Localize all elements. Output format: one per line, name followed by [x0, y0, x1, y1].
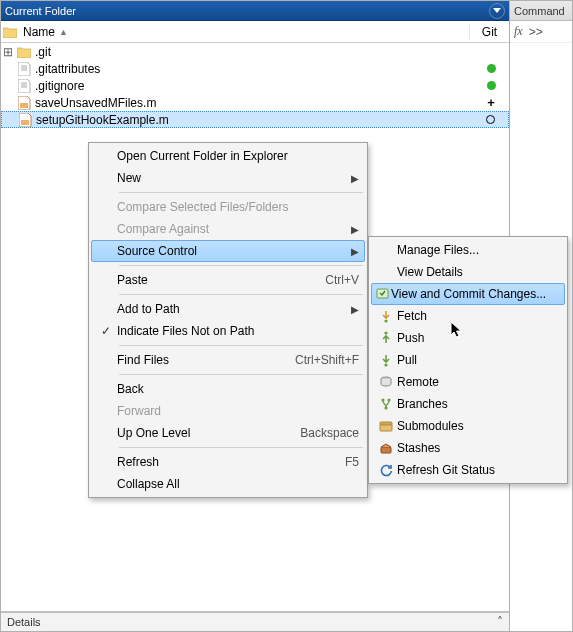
file-type-icon	[15, 62, 33, 76]
remote-icon	[375, 375, 397, 389]
refresh-icon	[375, 463, 397, 477]
file-name: .git	[33, 45, 473, 59]
svg-rect-8	[21, 120, 29, 125]
menu-item-up-one-level[interactable]: Up One LevelBackspace	[91, 422, 365, 444]
file-type-icon	[15, 96, 33, 110]
context-menu[interactable]: Open Current Folder in ExplorerNew▶Compa…	[88, 142, 368, 498]
git-status-added-icon: +	[487, 96, 495, 109]
stashes-icon	[375, 441, 397, 455]
submenu-item-view-details[interactable]: View Details	[371, 261, 565, 283]
menu-item-indicate-files-not-on-path[interactable]: ✓Indicate Files Not on Path	[91, 320, 365, 342]
git-status-cell	[473, 64, 509, 73]
branches-icon	[375, 397, 397, 411]
submenu-item-remote[interactable]: Remote	[371, 371, 565, 393]
details-label: Details	[7, 616, 41, 628]
file-type-icon	[15, 46, 33, 58]
file-row[interactable]: ⊞.git	[1, 43, 509, 60]
menu-item-compare-selected-files-folders: Compare Selected Files/Folders	[91, 196, 365, 218]
chevron-up-icon[interactable]: ˄	[497, 615, 503, 629]
menu-item-paste[interactable]: PasteCtrl+V	[91, 269, 365, 291]
shortcut-label: Backspace	[276, 426, 359, 440]
submodules-icon	[375, 419, 397, 433]
git-status-cell	[472, 115, 508, 124]
svg-rect-19	[381, 447, 391, 453]
menu-item-find-files[interactable]: Find FilesCtrl+Shift+F	[91, 349, 365, 371]
source-control-submenu[interactable]: Manage Files...View DetailsView and Comm…	[368, 236, 568, 484]
git-status-untracked-icon	[486, 115, 495, 124]
svg-rect-18	[380, 422, 392, 425]
submenu-item-fetch[interactable]: Fetch	[371, 305, 565, 327]
command-prompt-row[interactable]: fx >>	[510, 21, 572, 43]
menu-item-source-control[interactable]: Source Control▶	[91, 240, 365, 262]
menu-item-refresh[interactable]: RefreshF5	[91, 451, 365, 473]
command-prompt: >>	[529, 25, 543, 39]
panel-titlebar: Current Folder	[1, 1, 509, 21]
svg-point-11	[384, 331, 387, 334]
command-titlebar: Command	[510, 1, 572, 21]
submenu-item-push[interactable]: Push	[371, 327, 565, 349]
shortcut-label: Ctrl+V	[301, 273, 359, 287]
file-row[interactable]: saveUnsavedMFiles.m+	[1, 94, 509, 111]
git-column-header[interactable]: Git	[469, 25, 509, 39]
shortcut-label: Ctrl+Shift+F	[271, 353, 359, 367]
git-status-clean-icon	[487, 81, 496, 90]
push-icon	[375, 331, 397, 345]
panel-menu-button[interactable]	[489, 3, 505, 19]
folder-icon	[1, 26, 19, 38]
submenu-item-view-and-commit-changes[interactable]: View and Commit Changes...	[371, 283, 565, 305]
file-row[interactable]: setupGitHookExample.m	[1, 111, 509, 128]
details-bar[interactable]: Details ˄	[1, 611, 509, 631]
fetch-icon	[375, 309, 397, 323]
file-row[interactable]: .gitattributes	[1, 60, 509, 77]
shortcut-label: F5	[321, 455, 359, 469]
menu-item-open-current-folder-in-explorer[interactable]: Open Current Folder in Explorer	[91, 145, 365, 167]
submenu-item-stashes[interactable]: Stashes	[371, 437, 565, 459]
submenu-item-pull[interactable]: Pull	[371, 349, 565, 371]
menu-item-forward: Forward	[91, 400, 365, 422]
submenu-item-refresh-git-status[interactable]: Refresh Git Status	[371, 459, 565, 481]
menu-item-back[interactable]: Back	[91, 378, 365, 400]
file-type-icon	[15, 79, 33, 93]
check-icon: ✓	[95, 324, 117, 338]
file-name: setupGitHookExample.m	[34, 113, 472, 127]
name-column-header[interactable]: Name ▲	[19, 25, 469, 39]
submenu-item-manage-files[interactable]: Manage Files...	[371, 239, 565, 261]
git-status-cell: +	[473, 96, 509, 109]
expand-toggle[interactable]: ⊞	[1, 45, 15, 59]
submenu-arrow-icon: ▶	[351, 304, 359, 315]
svg-point-10	[384, 319, 387, 322]
sort-ascending-icon: ▲	[59, 27, 68, 37]
menu-item-compare-against: Compare Against▶	[91, 218, 365, 240]
submenu-arrow-icon: ▶	[351, 173, 359, 184]
file-name: saveUnsavedMFiles.m	[33, 96, 473, 110]
menu-item-collapse-all[interactable]: Collapse All	[91, 473, 365, 495]
name-column-label: Name	[23, 25, 55, 39]
file-list-header: Name ▲ Git	[1, 21, 509, 43]
submenu-arrow-icon: ▶	[351, 224, 359, 235]
submenu-item-submodules[interactable]: Submodules	[371, 415, 565, 437]
file-type-icon	[16, 113, 34, 127]
svg-point-12	[384, 363, 387, 366]
command-title: Command	[514, 5, 568, 17]
chevron-down-icon	[493, 7, 501, 15]
file-name: .gitattributes	[33, 62, 473, 76]
commit-icon	[375, 286, 391, 302]
pull-icon	[375, 353, 397, 367]
fx-icon: fx	[514, 24, 523, 39]
git-status-cell	[473, 81, 509, 90]
submenu-arrow-icon: ▶	[351, 246, 359, 257]
file-row[interactable]: .gitignore	[1, 77, 509, 94]
panel-title: Current Folder	[5, 5, 486, 17]
submenu-item-branches[interactable]: Branches	[371, 393, 565, 415]
svg-rect-7	[20, 103, 28, 108]
file-name: .gitignore	[33, 79, 473, 93]
menu-item-new[interactable]: New▶	[91, 167, 365, 189]
menu-item-add-to-path[interactable]: Add to Path▶	[91, 298, 365, 320]
svg-marker-0	[493, 8, 501, 13]
git-status-clean-icon	[487, 64, 496, 73]
